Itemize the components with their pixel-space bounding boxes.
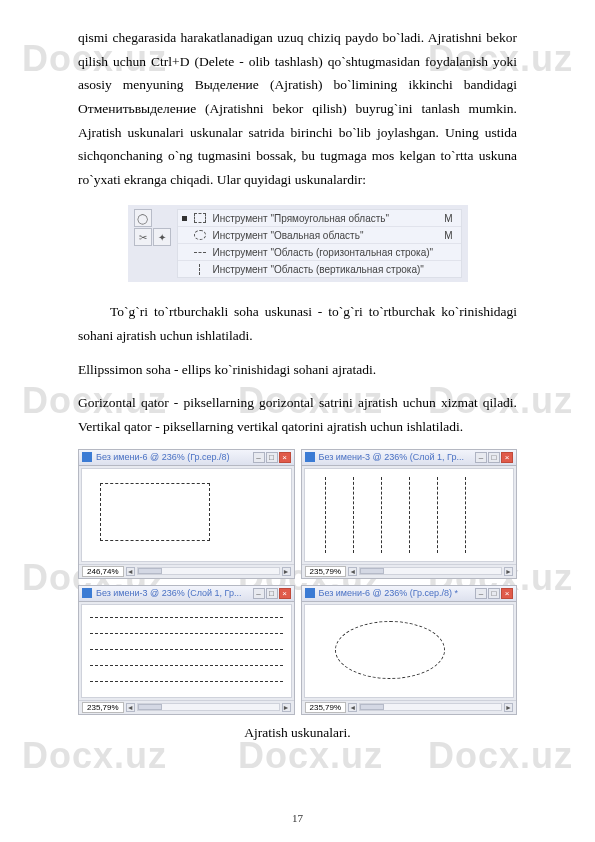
scroll-left-icon[interactable]: ◄ <box>126 703 135 712</box>
selection-vline <box>465 477 466 553</box>
scrollbar[interactable] <box>137 567 280 575</box>
scrollbar[interactable] <box>137 703 280 711</box>
tool-shortcut: M <box>444 213 456 224</box>
minimize-button[interactable]: – <box>475 452 487 463</box>
selection-hline <box>90 665 283 666</box>
scroll-left-icon[interactable]: ◄ <box>348 703 357 712</box>
maximize-button[interactable]: □ <box>266 588 278 599</box>
scroll-left-icon[interactable]: ◄ <box>126 567 135 576</box>
window-examples-grid: Без имени-6 @ 236% (Гр.сер./8) – □ × 246… <box>78 449 517 715</box>
close-button[interactable]: × <box>279 452 291 463</box>
tool-flyout-list: Инструмент "Прямоугольная область" M Инс… <box>177 209 462 278</box>
window-vertical-select: Без имени-3 @ 236% (Слой 1, Гр... – □ × … <box>301 449 518 579</box>
scroll-right-icon[interactable]: ► <box>282 703 291 712</box>
paragraph: Ellipssimon soha - ellips ko`rinishidagi… <box>78 358 517 382</box>
tool-label: Инструмент "Область (вертикальная строка… <box>213 264 424 275</box>
selection-hline <box>90 633 283 634</box>
minimize-button[interactable]: – <box>253 452 265 463</box>
scroll-right-icon[interactable]: ► <box>504 567 513 576</box>
status-bar: 235,79% ◄ ► <box>302 564 517 578</box>
tool-row-ellipse[interactable]: Инструмент "Овальная область" M <box>178 227 461 244</box>
wand-icon: ✦ <box>153 228 171 246</box>
close-button[interactable]: × <box>501 452 513 463</box>
scroll-thumb[interactable] <box>360 704 384 710</box>
paragraph: To`g`ri to`rtburchakli soha uskunasi - t… <box>78 300 517 347</box>
minimize-button[interactable]: – <box>253 588 265 599</box>
zoom-value[interactable]: 235,79% <box>305 566 347 577</box>
scrollbar[interactable] <box>359 703 502 711</box>
scroll-thumb[interactable] <box>138 704 162 710</box>
rectangle-marquee-icon <box>193 212 207 224</box>
selection-ellipse <box>335 621 445 679</box>
selection-vline <box>353 477 354 553</box>
scroll-right-icon[interactable]: ► <box>504 703 513 712</box>
toolbox-figure: ◯ ✂ ✦ Инструмент "Прямоугольная область"… <box>128 205 468 282</box>
tool-row-rectangle[interactable]: Инструмент "Прямоугольная область" M <box>178 210 461 227</box>
page-number: 17 <box>0 812 595 824</box>
zoom-value[interactable]: 246,74% <box>82 566 124 577</box>
lasso-icon: ◯ <box>134 209 152 227</box>
window-title: Без имени-3 @ 236% (Слой 1, Гр... <box>96 588 249 598</box>
selection-hline <box>90 681 283 682</box>
app-icon <box>82 588 92 598</box>
selection-vline <box>381 477 382 553</box>
paragraph: Gorizontal qator - piksellarning gorizon… <box>78 391 517 438</box>
window-title: Без имени-3 @ 236% (Слой 1, Гр... <box>319 452 472 462</box>
status-bar: 235,79% ◄ ► <box>79 700 294 714</box>
window-titlebar: Без имени-6 @ 236% (Гр.сер./8) * – □ × <box>302 586 517 602</box>
zoom-value[interactable]: 235,79% <box>305 702 347 713</box>
selection-vline <box>437 477 438 553</box>
canvas[interactable] <box>304 604 515 698</box>
tool-label: Инструмент "Прямоугольная область" <box>213 213 390 224</box>
tool-row-hline[interactable]: Инструмент "Область (горизонтальная стро… <box>178 244 461 261</box>
scrollbar[interactable] <box>359 567 502 575</box>
selection-vline <box>409 477 410 553</box>
selection-vline <box>325 477 326 553</box>
window-rectangle-select: Без имени-6 @ 236% (Гр.сер./8) – □ × 246… <box>78 449 295 579</box>
minimize-button[interactable]: – <box>475 588 487 599</box>
canvas[interactable] <box>304 468 515 562</box>
maximize-button[interactable]: □ <box>488 452 500 463</box>
tool-row-vline[interactable]: Инструмент "Область (вертикальная строка… <box>178 261 461 277</box>
paragraph: qismi chegarasida harakatlanadigan uzuq … <box>78 26 517 191</box>
ellipse-marquee-icon <box>193 229 207 241</box>
window-title: Без имени-6 @ 236% (Гр.сер./8) * <box>319 588 472 598</box>
scroll-thumb[interactable] <box>138 568 162 574</box>
status-bar: 235,79% ◄ ► <box>302 700 517 714</box>
window-ellipse-select: Без имени-6 @ 236% (Гр.сер./8) * – □ × 2… <box>301 585 518 715</box>
selection-rectangle <box>100 483 210 541</box>
active-dot-icon <box>182 216 187 221</box>
document-page: qismi chegarasida harakatlanadigan uzuq … <box>0 0 595 781</box>
vline-marquee-icon <box>193 263 207 275</box>
app-icon <box>305 588 315 598</box>
tool-label: Инструмент "Овальная область" <box>213 230 364 241</box>
scroll-thumb[interactable] <box>360 568 384 574</box>
zoom-value[interactable]: 235,79% <box>82 702 124 713</box>
window-horizontal-select: Без имени-3 @ 236% (Слой 1, Гр... – □ × … <box>78 585 295 715</box>
maximize-button[interactable]: □ <box>488 588 500 599</box>
hline-marquee-icon <box>193 246 207 258</box>
figure-caption: Ajratish uskunalari. <box>78 725 517 741</box>
canvas[interactable] <box>81 604 292 698</box>
scroll-right-icon[interactable]: ► <box>282 567 291 576</box>
app-icon <box>305 452 315 462</box>
selection-hline <box>90 617 283 618</box>
selection-hline <box>90 649 283 650</box>
status-bar: 246,74% ◄ ► <box>79 564 294 578</box>
tool-palette: ◯ ✂ ✦ <box>134 209 171 246</box>
app-icon <box>82 452 92 462</box>
window-titlebar: Без имени-6 @ 236% (Гр.сер./8) – □ × <box>79 450 294 466</box>
close-button[interactable]: × <box>279 588 291 599</box>
close-button[interactable]: × <box>501 588 513 599</box>
crop-icon: ✂ <box>134 228 152 246</box>
tool-shortcut: M <box>444 230 456 241</box>
tool-label: Инструмент "Область (горизонтальная стро… <box>213 247 434 258</box>
window-titlebar: Без имени-3 @ 236% (Слой 1, Гр... – □ × <box>79 586 294 602</box>
maximize-button[interactable]: □ <box>266 452 278 463</box>
scroll-left-icon[interactable]: ◄ <box>348 567 357 576</box>
window-titlebar: Без имени-3 @ 236% (Слой 1, Гр... – □ × <box>302 450 517 466</box>
canvas[interactable] <box>81 468 292 562</box>
window-title: Без имени-6 @ 236% (Гр.сер./8) <box>96 452 249 462</box>
